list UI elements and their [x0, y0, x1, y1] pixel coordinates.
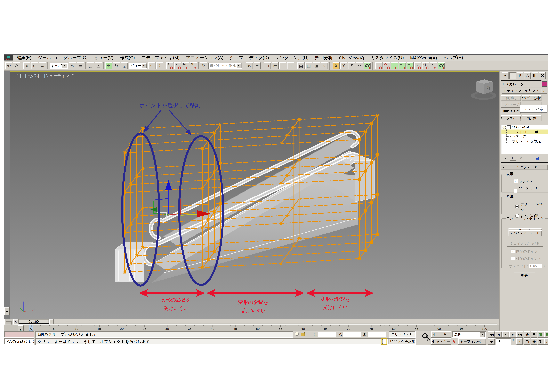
new-key-icon[interactable]: ↯: [453, 339, 456, 344]
reference-coordinate-dropdown[interactable]: ビュー▼: [129, 63, 147, 69]
menu-3[interactable]: ビュー(V): [91, 55, 117, 61]
chevron-down-icon[interactable]: ▼: [141, 63, 147, 68]
absolute-offset-toggle-icon[interactable]: ⊡: [307, 332, 312, 337]
unlink-selection-button[interactable]: ⊘: [31, 62, 38, 69]
menu-11[interactable]: カスタマイズ(U): [367, 55, 407, 61]
stack-subobject-2[interactable]: ボリュームを設定: [501, 139, 548, 143]
modifier-preset-button-1[interactable]: ポリゴンを編集: [522, 95, 541, 101]
tab-modify[interactable]: ⌒: [509, 72, 516, 79]
maximize-viewport-button[interactable]: ⤢: [544, 338, 548, 345]
viewport-menu-view[interactable]: [正投影]: [25, 74, 39, 78]
outside-points-checkbox[interactable]: ✓: [511, 257, 515, 260]
y-coordinate-field[interactable]: [343, 332, 361, 337]
left-panel-expand-button[interactable]: ▶: [4, 307, 9, 315]
select-object-button[interactable]: ↖: [69, 62, 76, 69]
configure-modifier-sets-button[interactable]: ▤: [534, 155, 540, 161]
frame-spinner[interactable]: ▲▼: [511, 338, 515, 345]
isolate-bulb-icon[interactable]: [295, 332, 299, 337]
stack-subobject-1[interactable]: ラティス: [501, 134, 548, 139]
render-setup-button[interactable]: ▤: [298, 62, 305, 69]
angle-snap-button[interactable]: ∠: [174, 62, 181, 69]
maxscript-mini-listener-pink[interactable]: [4, 331, 34, 337]
conform-to-shape-button[interactable]: シェイプに合わせる: [507, 241, 543, 246]
menu-1[interactable]: ツール(T): [35, 55, 60, 61]
use-pivot-center-button[interactable]: ⊙: [148, 62, 156, 69]
plane-xy-snap-button[interactable]: XY: [438, 62, 445, 69]
modifier-stack[interactable]: −FFD 4x4x4コントロール ポイントラティスボリュームを設定: [501, 125, 548, 154]
mirror-button[interactable]: ⋈: [246, 62, 253, 69]
show-end-result-button[interactable]: ‖: [510, 155, 516, 161]
collapse-icon[interactable]: −: [503, 165, 505, 169]
maxscript-mini-listener-white[interactable]: MAXScript によう: [4, 338, 34, 345]
ffd-parameters-rollout-header[interactable]: − FFD パラメータ: [501, 165, 548, 170]
prev-frame-button[interactable]: ◀|: [495, 331, 502, 337]
stack-subobject-0[interactable]: コントロール ポイント: [501, 130, 548, 134]
menu-13[interactable]: ヘルプ(H): [440, 55, 466, 61]
lattice-checkbox[interactable]: ✓: [514, 179, 518, 183]
align-button[interactable]: ≣: [254, 62, 261, 69]
spinner-snap-button[interactable]: ⇅: [190, 62, 197, 69]
layer-manager-button[interactable]: ⊟: [264, 62, 271, 69]
modifier-preset-button-0[interactable]: 押し出し: [501, 95, 521, 101]
previous-frame-slider-button[interactable]: <: [14, 319, 18, 324]
next-frame-button[interactable]: |▶: [509, 331, 516, 337]
axis-xy-small-button[interactable]: XY: [356, 62, 363, 69]
tab-create[interactable]: ✶: [502, 72, 508, 79]
modifier-list-dropdown[interactable]: モディファイヤリスト ▼: [502, 88, 547, 94]
tab-utilities[interactable]: ⚒: [539, 72, 546, 79]
chevron-down-icon[interactable]: ▼: [236, 63, 242, 68]
grid-snap-button[interactable]: ⌗: [375, 62, 383, 69]
modifier-preset-button-4[interactable]: FFD 2x2x2: [501, 109, 521, 114]
axis-x-button[interactable]: X: [333, 62, 340, 69]
rendered-frame-button[interactable]: ▣: [313, 62, 320, 69]
undo-button[interactable]: ⟲: [5, 62, 12, 69]
region-zoom-button[interactable]: ▢: [524, 338, 530, 345]
modifier-preset-button-7[interactable]: 面分割: [522, 115, 541, 121]
object-color-swatch[interactable]: [542, 81, 547, 87]
add-time-tag-clock-icon[interactable]: [381, 338, 387, 345]
menu-0[interactable]: 編集(E): [14, 55, 35, 61]
bind-to-space-warp-button[interactable]: ≋: [39, 62, 46, 69]
menu-9[interactable]: 照明分析: [312, 55, 336, 61]
modifier-preset-button-2[interactable]: スウィープ: [501, 102, 521, 108]
menu-6[interactable]: アニメーション(A): [183, 55, 227, 61]
animate-all-button[interactable]: すべてをアニメート: [508, 230, 542, 236]
viewport[interactable]: ポイントを選択して移動 変形の影響を: [9, 71, 501, 320]
zoom-button[interactable]: ⊕: [524, 331, 530, 337]
collapse-icon[interactable]: −: [507, 125, 511, 129]
z-coordinate-field[interactable]: [368, 332, 386, 337]
play-button[interactable]: ▶: [502, 331, 509, 337]
midpoint-snap-button[interactable]: ⊣: [399, 62, 406, 69]
selection-set-dropdown[interactable]: 選択 ▼: [452, 331, 486, 337]
orbit-button[interactable]: ↻: [538, 338, 544, 345]
menu-12[interactable]: MAXScript(X): [407, 56, 440, 60]
about-button[interactable]: 概要: [514, 273, 535, 278]
select-and-scale-button[interactable]: ◲: [121, 62, 128, 69]
add-time-tag[interactable]: 時間タグを追加: [388, 338, 416, 345]
schematic-view-button[interactable]: ⌗: [287, 62, 294, 69]
ribbon-toggle-button[interactable]: ▭: [272, 62, 279, 69]
chevron-down-icon[interactable]: ▼: [62, 63, 67, 68]
key-mode-toggle-button[interactable]: ◀|▶: [488, 338, 495, 345]
current-frame-field[interactable]: 0: [496, 338, 511, 345]
viewport-menu-shading[interactable]: [シェーディング]: [44, 74, 74, 78]
select-and-manipulate-button[interactable]: ⊹: [156, 62, 163, 69]
remove-modifier-button[interactable]: ⊔: [526, 155, 532, 161]
chevron-down-icon[interactable]: ▼: [480, 332, 485, 337]
snap-toggle-3d-button[interactable]: 3: [166, 62, 174, 69]
next-frame-slider-button[interactable]: >: [49, 319, 54, 324]
chevron-down-icon[interactable]: ▼: [541, 89, 546, 93]
viewport-menu-plus[interactable]: [+]: [17, 74, 21, 78]
application-menu-button[interactable]: MXD: [4, 55, 14, 60]
window-crossing-button[interactable]: ◳: [95, 62, 102, 69]
redo-button[interactable]: ⟳: [13, 62, 20, 69]
zoom-all-button[interactable]: ⊞: [531, 331, 537, 337]
axis-z-button[interactable]: Z: [348, 62, 355, 69]
render-production-button[interactable]: ♨: [321, 62, 328, 69]
volume-only-radio[interactable]: [515, 205, 519, 209]
angle-a-snap-button[interactable]: ◁: [414, 62, 421, 69]
go-end-button[interactable]: ▶▶|: [516, 331, 523, 337]
go-start-button[interactable]: |◀◀: [488, 331, 495, 337]
percent-snap-button[interactable]: %: [182, 62, 189, 69]
select-and-move-button[interactable]: ✛: [105, 62, 112, 69]
